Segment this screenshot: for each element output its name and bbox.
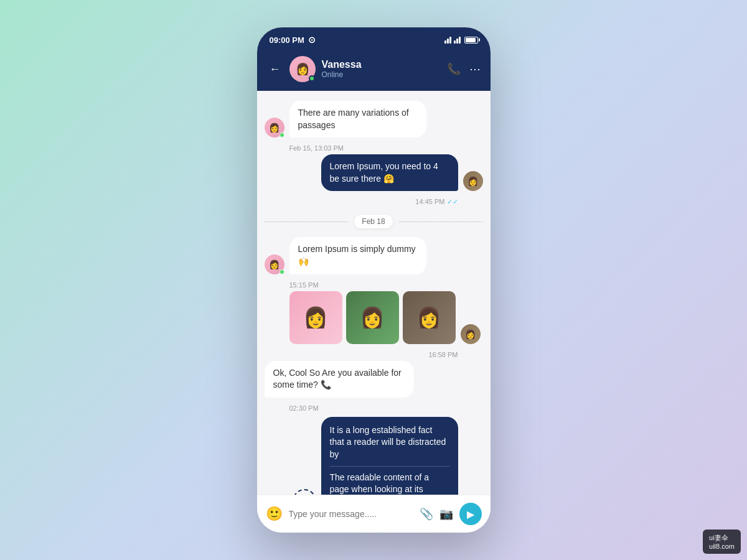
contact-status: Online — [322, 70, 441, 79]
contact-name: Vanessa — [322, 59, 441, 70]
message-input[interactable] — [289, 509, 413, 519]
divider-date: Feb 18 — [354, 215, 392, 228]
phone-frame: 09:00 PM ⊙ ← 👩 Vanessa — [257, 27, 491, 533]
bubble-received-1: There are many variations of passages — [289, 101, 426, 138]
timestamp-1: Feb 15, 13:03 PM — [289, 144, 483, 152]
bubble-received-2: Lorem Ipsum is simply dummy 🙌 — [289, 237, 426, 274]
received-avatar-2: 👩 — [265, 254, 284, 274]
image-message-row: 👩 👩 👩 👩 — [265, 291, 483, 344]
chat-image-1: 👩 — [289, 291, 342, 344]
message-row-1: 👩 There are many variations of passages — [265, 101, 483, 138]
bubble-sent-1: Lorem Ipsum, you need to 4 be sure there… — [321, 154, 458, 191]
bubble-received-3: Ok, Cool So Are you available for some t… — [265, 361, 414, 398]
call-button[interactable]: 📞 — [447, 62, 461, 76]
message-row-5: Ok, Cool So Are you available for some t… — [265, 361, 483, 398]
messages-area: 👩 There are many variations of passages … — [257, 91, 491, 495]
status-left: 09:00 PM ⊙ — [270, 35, 316, 45]
read-checkmarks: ✓✓ — [447, 198, 458, 205]
camera-button[interactable]: 📷 — [439, 507, 453, 521]
contact-avatar: 👩 — [289, 56, 316, 82]
message-text-1: There are many variations of passages — [298, 108, 409, 130]
media-icons: 🎬 📞 — [293, 489, 316, 495]
input-bar: 🙂 📎 📷 ▶ — [257, 495, 491, 533]
chat-image-2: 👩 — [346, 291, 399, 344]
timestamp-5: 02:30 PM — [289, 404, 483, 412]
message-row-2: 👩 Lorem Ipsum, you need to 4 be sure the… — [265, 154, 483, 191]
images-container: 👩 👩 👩 — [289, 291, 456, 344]
received-avatar-1: 👩 — [265, 118, 284, 138]
signal-bars-1 — [444, 37, 451, 44]
watermark-line1: ui妻伞 — [709, 533, 735, 543]
attach-button[interactable]: 📎 — [420, 507, 433, 521]
sent-message-text-2: The readable content of a page when look… — [330, 466, 449, 495]
avatar-online-dot-2 — [280, 269, 284, 274]
video-icon-circle: 🎬 — [293, 489, 316, 495]
back-button[interactable]: ← — [267, 60, 283, 78]
watermark: ui妻伞 uil8.com — [703, 530, 741, 554]
contact-info: Vanessa Online — [322, 59, 441, 79]
divider-line-left — [265, 222, 349, 222]
chat-image-3: 👩 — [403, 291, 456, 344]
emoji-button[interactable]: 🙂 — [266, 506, 283, 522]
message-row-3: 👩 Lorem Ipsum is simply dummy 🙌 — [265, 237, 483, 274]
timestamp-2: 14:45 PM ✓✓ — [265, 198, 458, 206]
header-actions: 📞 ⋯ — [447, 62, 481, 76]
media-message-container: 🎬 📞 It is a long established fact that a… — [293, 417, 458, 495]
message-text-3: Lorem Ipsum is simply dummy 🙌 — [298, 244, 416, 266]
message-text-5: Ok, Cool So Are you available for some t… — [273, 368, 402, 390]
wifi-icon: ⊙ — [308, 35, 316, 45]
timestamp-3: 15:15 PM — [289, 281, 483, 289]
battery-icon — [464, 37, 478, 44]
bubble-sent-2: It is a long established fact that a rea… — [321, 417, 458, 495]
sent-avatar-images: 👩 — [461, 324, 481, 344]
avatar-online-dot — [280, 133, 284, 138]
sent-avatar-1: 👩 — [463, 171, 483, 191]
message-row-6: 👩 🎬 📞 It is a long established fact that… — [265, 417, 483, 495]
sent-message-text-1: It is a long established fact that a rea… — [330, 424, 449, 461]
online-dot — [309, 75, 315, 82]
status-right — [444, 37, 478, 44]
send-button[interactable]: ▶ — [459, 503, 482, 525]
signal-bars-2 — [454, 37, 461, 44]
date-divider-1: Feb 18 — [265, 215, 483, 228]
time-display: 09:00 PM — [270, 35, 304, 45]
timestamp-images: 16:58 PM — [265, 351, 458, 358]
more-button[interactable]: ⋯ — [469, 62, 481, 76]
watermark-line2: uil8.com — [709, 543, 735, 550]
message-text-2: Lorem Ipsum, you need to 4 be sure there… — [330, 161, 438, 184]
status-bar: 09:00 PM ⊙ — [257, 27, 491, 50]
divider-line-right — [399, 222, 483, 222]
chat-header: ← 👩 Vanessa Online 📞 ⋯ — [257, 50, 491, 91]
